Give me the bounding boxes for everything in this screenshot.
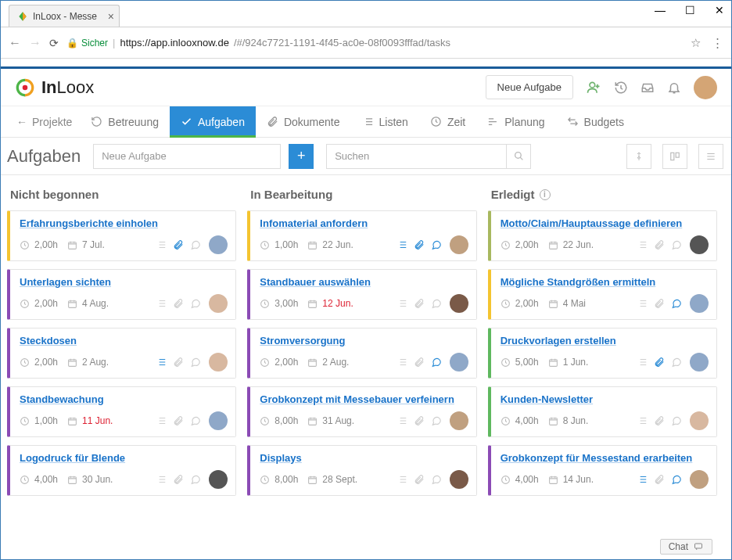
attachment-icon[interactable] — [654, 415, 665, 426]
attachment-icon[interactable] — [173, 357, 184, 368]
attachment-icon[interactable] — [414, 298, 425, 309]
assignee-avatar[interactable] — [450, 235, 468, 254]
nav-item-listen[interactable]: Listen — [351, 106, 419, 137]
add-user-icon[interactable] — [586, 80, 601, 95]
card-title[interactable]: Grobkonzept mit Messebauer verfeinern — [260, 393, 468, 405]
assignee-avatar[interactable] — [690, 235, 709, 254]
card-title[interactable]: Logodruck für Blende — [20, 452, 228, 464]
nav-item-aufgaben[interactable]: Aufgaben — [170, 106, 256, 137]
card-title[interactable]: Infomaterial anfordern — [260, 217, 468, 229]
checklist-icon[interactable] — [156, 474, 167, 485]
checklist-icon[interactable] — [396, 474, 407, 485]
comment-icon[interactable] — [671, 239, 682, 250]
maximize-button[interactable]: ☐ — [683, 4, 697, 16]
forward-button[interactable]: → — [29, 36, 41, 50]
checklist-icon[interactable] — [156, 298, 167, 309]
address-bar[interactable]: 🔒 Sicher | https://app.inlooxnow.de/#/92… — [66, 37, 683, 48]
inbox-icon[interactable] — [640, 81, 655, 95]
comment-icon[interactable] — [431, 357, 442, 368]
checklist-icon[interactable] — [156, 357, 167, 368]
assignee-avatar[interactable] — [209, 411, 228, 430]
task-card[interactable]: Unterlagen sichten 2,00h 4 Aug. — [7, 269, 236, 320]
nav-back[interactable]: ← Projekte — [9, 106, 80, 137]
nav-item-budgets[interactable]: Budgets — [556, 106, 635, 137]
add-task-button[interactable]: + — [289, 144, 314, 169]
minimize-button[interactable]: — — [653, 4, 667, 16]
list-view-button[interactable] — [698, 144, 723, 169]
comment-icon[interactable] — [190, 298, 201, 309]
reload-button[interactable]: ⟳ — [49, 37, 59, 49]
checklist-icon[interactable] — [637, 298, 648, 309]
info-icon[interactable]: i — [540, 189, 551, 200]
attachment-icon[interactable] — [414, 415, 425, 426]
task-card[interactable]: Kunden-Newsletter 4,00h 8 Jun. — [488, 386, 717, 437]
search-input[interactable]: Suchen — [326, 144, 506, 169]
card-title[interactable]: Stromversorgung — [260, 335, 468, 346]
card-title[interactable]: Grobkonzept für Messestand erarbeiten — [501, 452, 709, 464]
card-title[interactable]: Steckdosen — [20, 335, 228, 346]
card-title[interactable]: Standbewachung — [20, 393, 228, 405]
comment-icon[interactable] — [190, 357, 201, 368]
card-title[interactable]: Kunden-Newsletter — [501, 393, 709, 405]
close-tab-icon[interactable]: × — [108, 10, 114, 23]
comment-icon[interactable] — [431, 474, 442, 485]
checklist-icon[interactable] — [396, 357, 407, 368]
comment-icon[interactable] — [190, 474, 201, 485]
attachment-icon[interactable] — [173, 239, 184, 250]
card-title[interactable]: Standbauer auswählen — [260, 276, 468, 288]
comment-icon[interactable] — [671, 357, 682, 368]
nav-item-betreuung[interactable]: Betreuung — [80, 106, 170, 137]
task-card[interactable]: Displays 8,00h 28 Sept. — [247, 445, 476, 496]
attachment-icon[interactable] — [414, 357, 425, 368]
chat-button[interactable]: Chat — [660, 539, 712, 555]
task-card[interactable]: Motto/Claim/Hauptaussage definieren 2,00… — [488, 210, 717, 261]
attachment-icon[interactable] — [414, 239, 425, 250]
history-icon[interactable] — [614, 81, 628, 95]
kanban-view-button[interactable] — [662, 144, 687, 169]
assignee-avatar[interactable] — [450, 411, 468, 430]
attachment-icon[interactable] — [654, 357, 665, 368]
assignee-avatar[interactable] — [209, 235, 228, 254]
search-button[interactable] — [506, 144, 531, 169]
task-card[interactable]: Steckdosen 2,00h 2 Aug. — [7, 328, 236, 379]
checklist-icon[interactable] — [396, 239, 407, 250]
comment-icon[interactable] — [671, 415, 682, 426]
comment-icon[interactable] — [190, 415, 201, 426]
checklist-icon[interactable] — [396, 415, 407, 426]
assignee-avatar[interactable] — [209, 353, 228, 372]
assignee-avatar[interactable] — [690, 353, 709, 372]
assignee-avatar[interactable] — [450, 353, 468, 372]
card-title[interactable]: Mögliche Standgrößen ermitteln — [501, 276, 709, 288]
attachment-icon[interactable] — [173, 474, 184, 485]
attachment-icon[interactable] — [173, 415, 184, 426]
pin-button[interactable] — [626, 144, 651, 169]
assignee-avatar[interactable] — [450, 470, 468, 489]
assignee-avatar[interactable] — [209, 294, 228, 313]
board[interactable]: Nicht begonnen Erfahrungsberichte einhol… — [1, 175, 731, 559]
task-card[interactable]: Logodruck für Blende 4,00h 30 Jun. — [7, 445, 236, 496]
menu-icon[interactable]: ⋮ — [712, 36, 723, 50]
task-card[interactable]: Standbauer auswählen 3,00h 12 Jun. — [247, 269, 476, 320]
assignee-avatar[interactable] — [209, 470, 228, 489]
task-card[interactable]: Standbewachung 1,00h 11 Jun. — [7, 386, 236, 437]
attachment-icon[interactable] — [654, 239, 665, 250]
comment-icon[interactable] — [671, 298, 682, 309]
assignee-avatar[interactable] — [690, 470, 709, 489]
card-title[interactable]: Displays — [260, 452, 468, 464]
checklist-icon[interactable] — [156, 415, 167, 426]
attachment-icon[interactable] — [654, 298, 665, 309]
browser-tab[interactable]: InLoox - Messe × — [9, 5, 120, 27]
comment-icon[interactable] — [431, 239, 442, 250]
task-card[interactable]: Grobkonzept für Messestand erarbeiten 4,… — [488, 445, 717, 496]
card-title[interactable]: Unterlagen sichten — [20, 276, 228, 288]
checklist-icon[interactable] — [637, 415, 648, 426]
header-new-task-button[interactable]: Neue Aufgabe — [486, 75, 573, 99]
task-card[interactable]: Erfahrungsberichte einholen 2,00h 7 Jul. — [7, 210, 236, 261]
assignee-avatar[interactable] — [450, 294, 468, 313]
star-icon[interactable]: ☆ — [691, 36, 701, 50]
comment-icon[interactable] — [671, 474, 682, 485]
task-card[interactable]: Stromversorgung 2,00h 2 Aug. — [247, 328, 476, 379]
assignee-avatar[interactable] — [690, 411, 709, 430]
comment-icon[interactable] — [431, 298, 442, 309]
comment-icon[interactable] — [190, 239, 201, 250]
